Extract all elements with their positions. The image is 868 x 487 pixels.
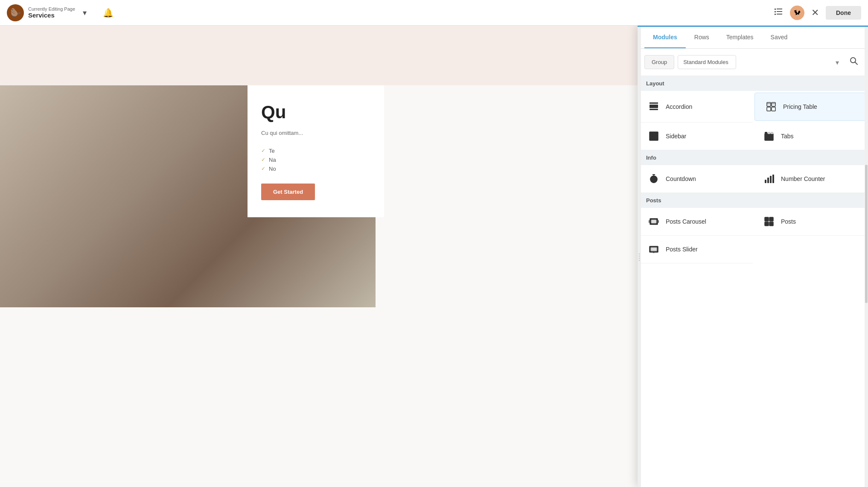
text-overlay-card: Qu Cu qui omittam... ✓ Te ✓ Na ✓ No Get …	[248, 85, 384, 217]
svg-point-53	[655, 252, 655, 253]
group-button[interactable]: Group	[644, 55, 674, 69]
module-item-number-counter[interactable]: Number Counter	[753, 165, 868, 193]
posts-carousel-icon	[648, 216, 660, 227]
svg-rect-26	[653, 137, 656, 137]
svg-rect-37	[765, 180, 766, 183]
topbar-left: 🦫 Currently Editing Page Services ▾ 🔔	[7, 4, 774, 21]
number-counter-label: Number Counter	[781, 175, 825, 182]
editing-label: Currently Editing Page	[28, 6, 75, 12]
tab-modules[interactable]: Modules	[644, 27, 686, 48]
module-item-posts-slider[interactable]: Posts Slider	[638, 236, 753, 263]
svg-rect-40	[772, 175, 774, 183]
info-module-grid: Countdown Number Counter	[638, 165, 868, 193]
module-item-accordion[interactable]: Accordion	[638, 91, 753, 122]
module-item-pricing-table[interactable]: Pricing Table	[754, 93, 866, 121]
svg-rect-50	[651, 248, 657, 251]
overlay-title: Qu	[261, 102, 370, 122]
accordion-label: Accordion	[666, 103, 692, 110]
svg-rect-48	[769, 222, 773, 226]
sidebar-icon	[648, 130, 660, 142]
check-item-3: ✓ No	[261, 164, 370, 173]
svg-rect-25	[653, 135, 656, 136]
check-icon-3: ✓	[261, 166, 265, 172]
module-item-countdown[interactable]: Countdown	[638, 165, 753, 193]
module-select-wrapper: Standard Modules Advanced Modules WooCom…	[678, 55, 843, 69]
check-icon-1: ✓	[261, 148, 265, 154]
svg-rect-3	[777, 11, 782, 12]
scrollbar-thumb[interactable]	[865, 165, 868, 303]
number-counter-icon	[763, 173, 775, 185]
posts-slider-icon	[648, 243, 660, 255]
svg-rect-5	[777, 14, 782, 15]
svg-rect-45	[765, 217, 769, 221]
svg-rect-28	[765, 132, 767, 134]
posts-slider-label: Posts Slider	[666, 246, 698, 253]
svg-rect-0	[775, 9, 776, 10]
scrollbar-track[interactable]	[865, 27, 868, 487]
page-name: Services	[28, 12, 75, 19]
posts-module-grid: Posts Carousel Posts	[638, 208, 868, 263]
tab-templates[interactable]: Templates	[718, 27, 762, 48]
check-icon-2: ✓	[261, 157, 265, 163]
posts-icon	[763, 216, 775, 227]
panel-tab-list: Modules Rows Templates Saved	[638, 27, 868, 49]
page-info: Currently Editing Page Services	[28, 6, 75, 19]
svg-rect-15	[650, 109, 658, 110]
svg-line-7	[855, 62, 858, 65]
svg-rect-2	[775, 11, 776, 12]
avatar: 🐿	[790, 6, 804, 20]
section-header-posts: Posts	[638, 193, 868, 208]
svg-rect-47	[765, 222, 769, 226]
svg-rect-27	[765, 134, 773, 140]
module-item-posts-carousel[interactable]: Posts Carousel	[638, 208, 753, 236]
modules-scroll-area[interactable]: Layout	[638, 76, 868, 487]
svg-rect-46	[769, 217, 773, 221]
cta-button[interactable]: Get Started	[261, 184, 315, 200]
svg-rect-4	[775, 14, 776, 15]
main-content: Qu Cu qui omittam... ✓ Te ✓ Na ✓ No Get …	[0, 26, 868, 487]
panel-filter-row: Group Standard Modules Advanced Modules …	[638, 49, 868, 76]
module-item-sidebar[interactable]: Sidebar	[638, 122, 753, 150]
posts-label: Posts	[781, 218, 796, 225]
outline-button[interactable]	[774, 7, 783, 18]
svg-point-52	[653, 252, 654, 253]
panel-resize-handle[interactable]	[638, 27, 641, 487]
svg-rect-16	[767, 102, 771, 106]
tab-rows[interactable]: Rows	[686, 27, 718, 48]
check-item-1: ✓ Te	[261, 146, 370, 155]
page-dropdown-button[interactable]: ▾	[79, 6, 90, 19]
module-item-tabs[interactable]: Tabs	[753, 122, 868, 150]
search-button[interactable]	[847, 54, 861, 70]
modules-panel: Modules Rows Templates Saved Group Stand…	[638, 26, 868, 487]
svg-rect-30	[771, 132, 773, 134]
module-item-posts[interactable]: Posts	[753, 208, 868, 236]
svg-rect-13	[650, 105, 658, 106]
logo-icon: 🦫	[7, 4, 24, 21]
tabs-label: Tabs	[781, 133, 794, 140]
svg-rect-19	[772, 107, 775, 111]
tab-saved[interactable]: Saved	[762, 27, 796, 48]
svg-point-51	[652, 252, 653, 253]
topbar-right: 🐿 ✕ Done	[774, 6, 861, 20]
svg-rect-17	[772, 102, 775, 106]
done-button[interactable]: Done	[826, 6, 861, 20]
panel-arrow	[748, 26, 758, 27]
module-type-select[interactable]: Standard Modules Advanced Modules WooCom…	[678, 55, 736, 69]
svg-rect-1	[777, 9, 782, 9]
sidebar-label: Sidebar	[666, 133, 686, 140]
topbar: 🦫 Currently Editing Page Services ▾ 🔔 🐿 …	[0, 0, 868, 26]
tabs-icon	[763, 130, 775, 142]
check-item-2: ✓ Na	[261, 155, 370, 164]
notifications-button[interactable]: 🔔	[99, 6, 117, 20]
svg-rect-14	[650, 107, 658, 108]
section-header-info: Info	[638, 150, 868, 165]
accordion-icon	[648, 101, 660, 113]
user-avatar-button[interactable]: 🐿	[790, 6, 804, 20]
layout-module-grid: Accordion Pricing Table	[638, 91, 868, 150]
bottom-spacer	[638, 263, 868, 280]
svg-rect-24	[653, 133, 657, 134]
svg-rect-18	[767, 107, 771, 111]
countdown-icon	[648, 173, 660, 185]
section-header-layout: Layout	[638, 76, 868, 91]
close-button[interactable]: ✕	[811, 7, 819, 18]
